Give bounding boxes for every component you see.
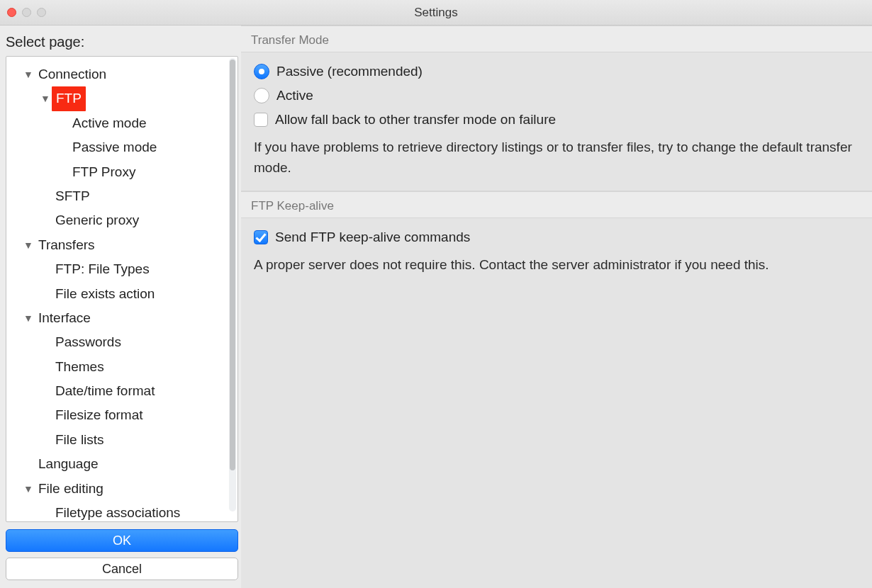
tree-sftp[interactable]: SFTP bbox=[11, 184, 233, 208]
checkbox-label: Send FTP keep-alive commands bbox=[275, 230, 470, 245]
settings-content: Transfer Mode Passive (recommended) Acti… bbox=[241, 26, 872, 588]
tree-passive-mode[interactable]: Passive mode bbox=[11, 135, 233, 159]
tree-filesize-format[interactable]: Filesize format bbox=[11, 403, 233, 427]
help-keepalive: A proper server does not require this. C… bbox=[254, 255, 859, 276]
select-page-label: Select page: bbox=[6, 31, 238, 56]
checkbox-icon bbox=[254, 113, 268, 127]
zoom-window-button[interactable] bbox=[37, 8, 46, 17]
window-title: Settings bbox=[0, 6, 872, 20]
ok-button[interactable]: OK bbox=[6, 529, 238, 552]
tree-themes[interactable]: Themes bbox=[11, 355, 233, 379]
chevron-down-icon: ▼ bbox=[22, 67, 35, 82]
check-allow-fallback[interactable]: Allow fall back to other transfer mode o… bbox=[254, 112, 859, 128]
tree-language[interactable]: Language bbox=[11, 452, 233, 476]
check-send-keepalive[interactable]: Send FTP keep-alive commands bbox=[254, 230, 859, 245]
window-controls bbox=[7, 8, 46, 17]
chevron-down-icon: ▼ bbox=[39, 91, 52, 106]
radio-label: Passive (recommended) bbox=[276, 64, 423, 79]
tree-active-mode[interactable]: Active mode bbox=[11, 111, 233, 135]
group-transfer-mode: Passive (recommended) Active Allow fall … bbox=[241, 52, 872, 191]
radio-passive[interactable]: Passive (recommended) bbox=[254, 64, 859, 79]
chevron-down-icon: ▼ bbox=[22, 310, 35, 326]
settings-tree: ▼ Connection ▼ FTP Active mode Passive m… bbox=[6, 56, 238, 522]
settings-sidebar: Select page: ▼ Connection ▼ FTP Active m… bbox=[0, 26, 241, 588]
radio-icon bbox=[254, 64, 269, 79]
group-header-transfer-mode: Transfer Mode bbox=[241, 26, 872, 52]
radio-active[interactable]: Active bbox=[254, 88, 859, 103]
tree-file-lists[interactable]: File lists bbox=[11, 428, 233, 452]
checkbox-icon bbox=[254, 230, 268, 244]
radio-label: Active bbox=[276, 88, 313, 103]
tree-file-editing[interactable]: ▼ File editing bbox=[11, 477, 233, 501]
radio-icon bbox=[254, 88, 269, 103]
tree-ftp[interactable]: ▼ FTP bbox=[11, 86, 233, 111]
tree-transfers[interactable]: ▼ Transfers bbox=[11, 233, 233, 257]
tree-generic-proxy[interactable]: Generic proxy bbox=[11, 208, 233, 232]
chevron-down-icon: ▼ bbox=[22, 481, 35, 497]
checkbox-label: Allow fall back to other transfer mode o… bbox=[275, 112, 556, 128]
tree-file-exists-action[interactable]: File exists action bbox=[11, 282, 233, 306]
group-header-keepalive: FTP Keep-alive bbox=[241, 191, 872, 217]
tree-connection[interactable]: ▼ Connection bbox=[11, 62, 233, 86]
tree-ftp-proxy[interactable]: FTP Proxy bbox=[11, 160, 233, 184]
cancel-button[interactable]: Cancel bbox=[6, 558, 238, 580]
close-window-button[interactable] bbox=[7, 8, 16, 17]
tree-filetype-associations[interactable]: Filetype associations bbox=[11, 501, 233, 522]
group-keepalive: Send FTP keep-alive commands A proper se… bbox=[241, 217, 872, 588]
tree-date-time-format[interactable]: Date/time format bbox=[11, 379, 233, 403]
help-transfer-mode: If you have problems to retrieve directo… bbox=[254, 137, 859, 178]
tree-scrollbar-thumb[interactable] bbox=[230, 60, 235, 470]
tree-selected-item: FTP bbox=[52, 86, 86, 111]
minimize-window-button[interactable] bbox=[22, 8, 31, 17]
chevron-down-icon: ▼ bbox=[22, 237, 35, 253]
tree-scrollbar[interactable] bbox=[229, 58, 236, 511]
window-titlebar: Settings bbox=[0, 0, 872, 26]
tree-passwords[interactable]: Passwords bbox=[11, 330, 233, 354]
tree-ftp-file-types[interactable]: FTP: File Types bbox=[11, 257, 233, 281]
tree-interface[interactable]: ▼ Interface bbox=[11, 306, 233, 330]
